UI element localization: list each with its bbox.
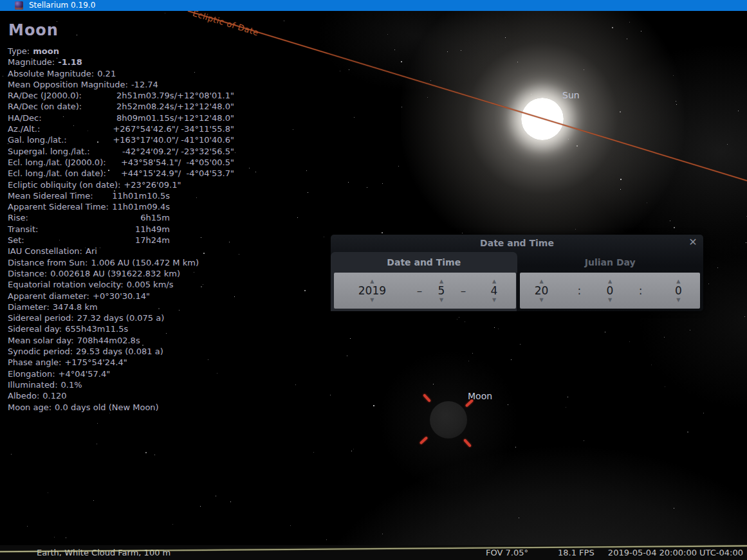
- minute-spinner: ▲ 0 ▼: [596, 273, 625, 309]
- dialog-titlebar[interactable]: Date and Time: [331, 235, 703, 252]
- sun[interactable]: [521, 98, 564, 140]
- star: [239, 254, 239, 255]
- info-label: Rise:: [8, 212, 28, 223]
- star: [351, 451, 352, 451]
- info-label: Sidereal day:: [8, 323, 62, 334]
- star: [676, 101, 676, 102]
- second-value[interactable]: 0: [675, 284, 682, 297]
- tab-julian-day[interactable]: Julian Day: [517, 252, 704, 273]
- star: [373, 405, 374, 406]
- info-value: -42°24'09.2"/ -23°32'56.5": [122, 146, 234, 157]
- star: [575, 229, 576, 230]
- hour-spin-up-icon[interactable]: ▲: [540, 278, 544, 284]
- star: [629, 341, 630, 342]
- star: [647, 203, 647, 203]
- info-row: Illuminated:0.1%: [8, 379, 234, 390]
- star: [744, 316, 745, 317]
- info-label: Ecl. long./lat. (J2000.0):: [8, 157, 106, 168]
- stellarium-logo-icon: [15, 1, 23, 10]
- status-datetime: 2019-05-04 20:00:00 UTC-04:00: [608, 548, 743, 557]
- star: [687, 431, 688, 433]
- info-label: Diameter:: [8, 302, 50, 312]
- info-row: Diameter:3474.8 km: [8, 302, 234, 312]
- info-row: Mean Sidereal Time:11h01m10.5s: [8, 190, 170, 201]
- info-label: Apparent diameter:: [8, 291, 89, 302]
- minute-value[interactable]: 0: [607, 284, 614, 297]
- info-row: Set:17h24m: [8, 235, 170, 246]
- status-location: Earth, White Cloud Farm, 100 m: [37, 548, 171, 557]
- minute-spin-down-icon[interactable]: ▼: [608, 297, 612, 303]
- info-label: Set:: [8, 235, 24, 246]
- second-spin-down-icon[interactable]: ▼: [676, 297, 680, 303]
- minute-spin-up-icon[interactable]: ▲: [608, 278, 612, 284]
- hour-spin-down-icon[interactable]: ▼: [540, 297, 544, 303]
- star: [387, 34, 388, 35]
- day-spin-up-icon[interactable]: ▲: [492, 278, 496, 284]
- year-value[interactable]: 2019: [358, 284, 386, 297]
- day-value[interactable]: 4: [491, 284, 498, 297]
- status-fov: FOV 7.05°: [486, 548, 528, 557]
- star: [651, 365, 652, 365]
- object-title: Moon: [8, 21, 59, 39]
- star: [674, 227, 675, 228]
- star: [461, 50, 461, 51]
- info-row: Phase angle:+175°54'24.4": [8, 357, 234, 368]
- info-label: Magnitude:: [8, 57, 55, 68]
- star: [505, 37, 506, 38]
- star: [165, 13, 165, 14]
- star: [353, 449, 354, 449]
- star: [566, 407, 566, 408]
- info-value: 708h44m02.8s: [77, 335, 140, 346]
- hour-value[interactable]: 20: [535, 284, 549, 297]
- star: [77, 35, 77, 35]
- star: [97, 423, 98, 424]
- info-label: Transit:: [8, 224, 38, 235]
- moon[interactable]: [430, 401, 467, 438]
- close-icon[interactable]: ✕: [687, 237, 699, 248]
- star: [401, 107, 402, 107]
- second-spin-up-icon[interactable]: ▲: [676, 278, 680, 284]
- star: [255, 172, 256, 172]
- info-row: Ecliptic obliquity (on date):+23°26'09.1…: [8, 179, 234, 190]
- year-spin-down-icon[interactable]: ▼: [370, 297, 374, 303]
- star: [54, 537, 55, 537]
- year-spin-up-icon[interactable]: ▲: [370, 278, 374, 284]
- info-value: -12.74: [131, 79, 158, 90]
- star: [154, 455, 155, 455]
- star: [295, 384, 296, 385]
- window-titlebar[interactable]: Stellarium 0.19.0: [0, 0, 747, 11]
- info-row: Apparent Sidereal Time:11h01m09.4s: [8, 201, 170, 212]
- star: [703, 413, 704, 413]
- month-spin-down-icon[interactable]: ▼: [439, 297, 443, 303]
- info-row: Absolute Magnitude:0.21: [8, 68, 234, 79]
- tab-date-and-time[interactable]: Date and Time: [331, 252, 517, 273]
- month-value[interactable]: 5: [438, 284, 445, 297]
- date-spinner-panel: ▲ 2019 ▼ – ▲ 5 ▼ – ▲ 4 ▼: [334, 273, 516, 309]
- star: [520, 344, 521, 345]
- info-label: Mean Sidereal Time:: [8, 190, 93, 201]
- star: [498, 329, 499, 329]
- ecliptic-line-glow: [188, 11, 747, 181]
- year-spinner: ▲ 2019 ▼: [334, 273, 410, 309]
- object-info-rows: Type:moonMagnitude:-1.18Absolute Magnitu…: [8, 46, 234, 413]
- info-row: Mean solar day:708h44m02.8s: [8, 335, 234, 346]
- info-label: Supergal. long./lat.:: [8, 146, 90, 157]
- info-value: 1.006 AU (150.472 M km): [91, 257, 198, 268]
- star: [27, 526, 28, 527]
- day-spin-down-icon[interactable]: ▼: [492, 297, 496, 303]
- info-label: Sidereal period:: [8, 312, 74, 323]
- info-row: Apparent diameter:+0°30'30.14": [8, 291, 234, 302]
- info-value: 17h24m: [135, 235, 170, 246]
- star: [330, 395, 331, 395]
- star: [673, 75, 674, 76]
- info-row: Moon age:0.0 days old (New Moon): [8, 402, 234, 413]
- info-value: +267°54'42.6"/ -34°11'55.8": [113, 123, 234, 134]
- time-spinner-panel: ▲ 20 ▼ : ▲ 0 ▼ : ▲ 0 ▼: [520, 273, 700, 309]
- star: [664, 337, 665, 338]
- info-value: 2h51m03.79s/+12°08'01.1": [116, 90, 234, 101]
- star: [567, 397, 568, 397]
- star: [326, 539, 327, 540]
- info-value: 11h01m10.5s: [112, 190, 170, 201]
- info-row: Mean Opposition Magnitude:-12.74: [8, 79, 234, 90]
- month-spin-up-icon[interactable]: ▲: [439, 278, 443, 284]
